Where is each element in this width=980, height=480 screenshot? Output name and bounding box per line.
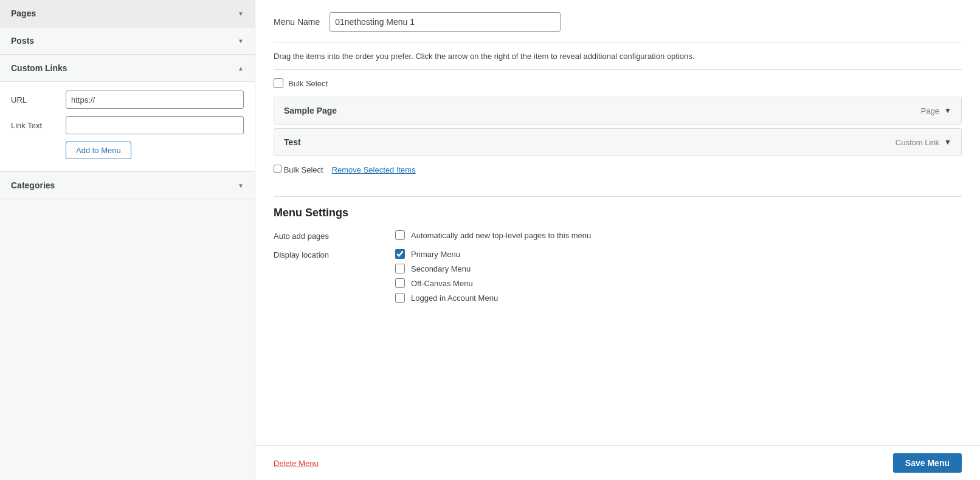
display-location-options: Primary Menu Secondary Menu Off-Canvas M… bbox=[395, 249, 498, 303]
menu-name-row: Menu Name bbox=[274, 12, 962, 32]
menu-item-test-title: Test bbox=[284, 137, 301, 147]
location-off-canvas-checkbox[interactable] bbox=[395, 278, 405, 288]
bulk-select-bottom-row: Bulk Select Remove Selected Items bbox=[274, 165, 962, 174]
location-logged-in-label[interactable]: Logged in Account Menu bbox=[395, 293, 498, 303]
left-panel: Pages ▼ Posts ▼ Custom Links ▲ URL Link … bbox=[0, 0, 255, 480]
accordion-posts-header[interactable]: Posts ▼ bbox=[0, 27, 255, 54]
menu-item-sample-page-type: Page bbox=[921, 106, 939, 115]
menu-settings-section: Menu Settings Auto add pages Automatical… bbox=[274, 207, 962, 311]
accordion-categories: Categories ▼ bbox=[0, 172, 255, 199]
footer-bar: Delete Menu Save Menu bbox=[255, 445, 980, 480]
menu-item-sample-page-title: Sample Page bbox=[284, 106, 337, 115]
remove-selected-button[interactable]: Remove Selected Items bbox=[332, 165, 416, 174]
auto-add-pages-row: Auto add pages Automatically add new top… bbox=[274, 230, 962, 241]
location-secondary-label[interactable]: Secondary Menu bbox=[395, 264, 498, 273]
bulk-select-top-label[interactable]: Bulk Select bbox=[274, 78, 328, 88]
accordion-pages-chevron: ▼ bbox=[238, 10, 244, 17]
menu-item-test-chevron[interactable]: ▼ bbox=[944, 138, 951, 146]
menu-items-list: Sample Page Page ▼ Test Custom Link ▼ bbox=[274, 97, 962, 156]
bulk-select-top-checkbox[interactable] bbox=[274, 78, 283, 88]
accordion-custom-links-label: Custom Links bbox=[11, 63, 67, 73]
menu-item-test[interactable]: Test Custom Link ▼ bbox=[274, 128, 962, 156]
link-text-input[interactable] bbox=[66, 116, 244, 134]
display-location-row: Display location Primary Menu Secondary … bbox=[274, 249, 962, 303]
location-off-canvas-label[interactable]: Off-Canvas Menu bbox=[395, 278, 498, 288]
link-text-label: Link Text bbox=[11, 121, 66, 130]
location-secondary-checkbox[interactable] bbox=[395, 264, 405, 273]
add-to-menu-button[interactable]: Add to Menu bbox=[66, 142, 131, 159]
menu-settings-title: Menu Settings bbox=[274, 207, 962, 219]
accordion-custom-links-body: URL Link Text Add to Menu bbox=[0, 81, 255, 171]
url-row: URL bbox=[11, 91, 244, 109]
location-primary-label[interactable]: Primary Menu bbox=[395, 249, 498, 259]
location-primary-checkbox[interactable] bbox=[395, 249, 405, 259]
menu-item-test-right: Custom Link ▼ bbox=[895, 138, 951, 147]
accordion-custom-links-header[interactable]: Custom Links ▲ bbox=[0, 55, 255, 81]
link-text-row: Link Text bbox=[11, 116, 244, 134]
menu-name-label: Menu Name bbox=[274, 17, 320, 27]
drag-hint: Drag the items into the order you prefer… bbox=[274, 43, 962, 70]
accordion-custom-links-chevron: ▲ bbox=[238, 65, 244, 72]
url-label: URL bbox=[11, 95, 66, 105]
auto-add-pages-options: Automatically add new top-level pages to… bbox=[395, 230, 591, 240]
auto-add-pages-option[interactable]: Automatically add new top-level pages to… bbox=[395, 230, 591, 240]
delete-menu-button[interactable]: Delete Menu bbox=[274, 459, 319, 468]
accordion-pages: Pages ▼ bbox=[0, 0, 255, 27]
display-location-label: Display location bbox=[274, 249, 395, 259]
menu-item-test-type: Custom Link bbox=[895, 138, 939, 147]
accordion-posts: Posts ▼ bbox=[0, 27, 255, 55]
accordion-posts-label: Posts bbox=[11, 36, 34, 46]
auto-add-pages-label: Auto add pages bbox=[274, 230, 395, 241]
accordion-pages-label: Pages bbox=[11, 9, 36, 18]
right-panel: Menu Name Drag the items into the order … bbox=[255, 0, 980, 480]
accordion-posts-chevron: ▼ bbox=[238, 38, 244, 44]
footer-spacer bbox=[274, 311, 962, 354]
save-menu-button[interactable]: Save Menu bbox=[893, 453, 962, 473]
menu-item-sample-page-right: Page ▼ bbox=[921, 106, 951, 115]
menu-item-sample-page-chevron[interactable]: ▼ bbox=[944, 106, 951, 115]
menu-name-input[interactable] bbox=[330, 12, 561, 32]
menu-item-sample-page[interactable]: Sample Page Page ▼ bbox=[274, 97, 962, 125]
bulk-select-top-row: Bulk Select bbox=[274, 78, 962, 88]
accordion-custom-links: Custom Links ▲ URL Link Text Add to Menu bbox=[0, 55, 255, 172]
location-logged-in-checkbox[interactable] bbox=[395, 293, 405, 303]
accordion-categories-header[interactable]: Categories ▼ bbox=[0, 172, 255, 199]
accordion-pages-header[interactable]: Pages ▼ bbox=[0, 0, 255, 27]
url-input[interactable] bbox=[66, 91, 244, 109]
bulk-select-bottom-label[interactable]: Bulk Select bbox=[274, 165, 323, 174]
divider bbox=[274, 196, 962, 197]
accordion-categories-label: Categories bbox=[11, 180, 55, 190]
accordion-categories-chevron: ▼ bbox=[238, 182, 244, 189]
bulk-select-bottom-checkbox[interactable] bbox=[274, 165, 281, 173]
auto-add-pages-checkbox[interactable] bbox=[395, 230, 405, 240]
